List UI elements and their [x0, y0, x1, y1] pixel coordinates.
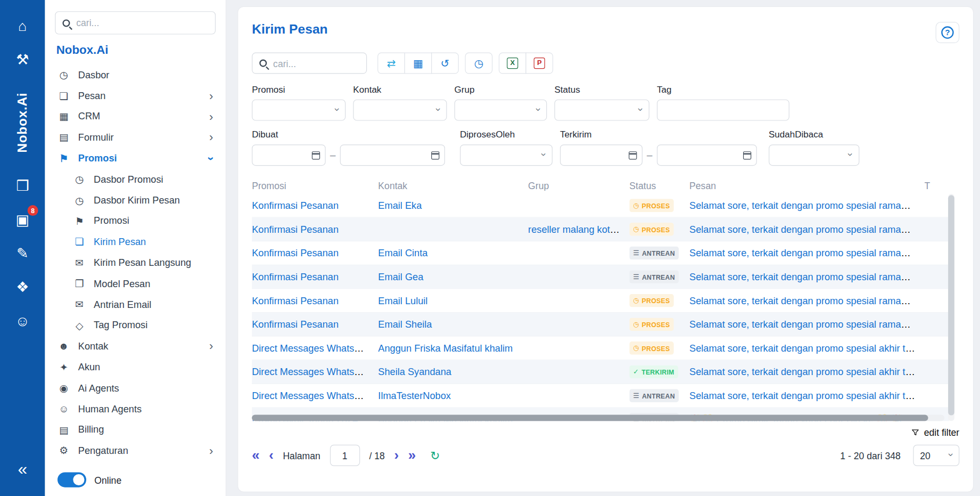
dibuat-date-to[interactable] — [340, 144, 445, 166]
help-button[interactable]: ? — [936, 22, 960, 43]
cell-kontak[interactable]: Email Eka — [378, 200, 422, 210]
cell-promosi[interactable]: Direct Messages WhatsApp — [252, 343, 372, 353]
cell-kontak[interactable]: Sheila Syandana — [378, 366, 451, 377]
sidebar-item-ai-agents[interactable]: ◉Ai Agents — [55, 378, 216, 399]
cell-pesan[interactable]: Selamat sore, terkait dengan promo spesi… — [689, 343, 924, 353]
cell-pesan[interactable]: Selamat sore, terkait dengan promo spesi… — [689, 271, 924, 282]
refresh-icon[interactable]: ↻ — [430, 448, 440, 462]
cell-promosi[interactable]: Konfirmasi Pesanan — [252, 247, 339, 258]
cell-kontak[interactable]: IlmaTesterNobox — [378, 390, 451, 401]
tag-input[interactable] — [657, 100, 789, 121]
prev-page-button[interactable]: ‹ — [269, 449, 274, 462]
sidebar-item-dasbor-kirim-pesan[interactable]: ◷Dasbor Kirim Pesan — [55, 190, 216, 210]
table-search-input[interactable] — [273, 58, 359, 69]
cell-promosi[interactable]: Konfirmasi Pesanan — [252, 319, 339, 329]
table-row[interactable]: Konfirmasi PesananEmail Gea☰ANTREANSelam… — [252, 265, 949, 289]
table-row[interactable]: Direct Messages WhatsAppSheila Syandana✓… — [252, 360, 949, 384]
sidebar-item-dasbor-promosi[interactable]: ◷Dasbor Promosi — [55, 169, 216, 190]
apps-icon[interactable]: ❒ — [10, 173, 35, 198]
table-row[interactable]: Konfirmasi PesananEmail Sheila◷PROSESSel… — [252, 313, 949, 337]
calendar-icon[interactable] — [312, 151, 320, 159]
vertical-scrollbar-thumb[interactable] — [948, 195, 954, 415]
compose-icon[interactable]: ✎ — [10, 241, 35, 266]
column-header-t[interactable]: T — [925, 180, 950, 191]
cell-promosi[interactable]: Konfirmasi Pesanan — [252, 224, 339, 234]
sidebar-item-kirim-pesan[interactable]: ❏Kirim Pesan — [55, 232, 216, 253]
cell-pesan[interactable]: Selamat sore, terkait dengan promo spesi… — [689, 247, 924, 258]
cell-promosi[interactable]: Direct Messages WhatsApp — [252, 366, 372, 377]
calendar-icon[interactable] — [629, 151, 637, 159]
cell-kontak[interactable]: Email Gea — [378, 271, 423, 282]
sidebar-item-akun[interactable]: ✦Akun — [55, 357, 216, 378]
cell-pesan[interactable]: Selamat sore, terkait dengan promo spesi… — [689, 319, 924, 329]
calendar-icon[interactable] — [431, 151, 439, 159]
sidebar-item-kirim-pesan-langsung[interactable]: ✉Kirim Pesan Langsung — [55, 253, 216, 273]
table-row[interactable]: Direct Messages WhatsAppAnggun Friska Ma… — [252, 337, 949, 361]
horizontal-scrollbar-thumb[interactable] — [252, 414, 928, 421]
export-excel-button[interactable]: X — [499, 53, 526, 74]
first-page-button[interactable]: « — [252, 449, 259, 462]
page-size-select[interactable]: 20 › — [913, 445, 959, 466]
sidebar-item-kontak[interactable]: ☻Kontak› — [55, 336, 216, 357]
cell-kontak[interactable]: Anggun Friska Masifatul khalim — [378, 343, 513, 353]
tools-icon[interactable]: ⚒ — [10, 47, 35, 72]
sidebar-item-dasbor[interactable]: ◷Dasbor — [55, 64, 216, 85]
column-header-promosi[interactable]: Promosi — [252, 180, 378, 191]
dibuat-date-from[interactable] — [252, 144, 326, 166]
sidebar-item-crm[interactable]: ▦CRM› — [55, 106, 216, 127]
sidebar-item-tag-promosi[interactable]: ◇Tag Promosi — [55, 315, 216, 336]
promosi-select[interactable]: › — [252, 100, 345, 121]
sidebar-item-human-agents[interactable]: ☺Human Agents — [55, 399, 216, 419]
kontak-select[interactable]: › — [353, 100, 447, 121]
profile-icon[interactable]: ☺ — [10, 308, 35, 334]
column-chooser-button[interactable]: ▦ — [405, 53, 432, 74]
edit-filter-button[interactable]: edit filter — [252, 427, 959, 438]
export-pdf-button[interactable]: P — [525, 53, 553, 74]
sidebar-item-model-pesan[interactable]: ❐Model Pesan — [55, 273, 216, 294]
table-row[interactable]: Konfirmasi PesananEmail Eka◷PROSESSelama… — [252, 194, 949, 218]
horizontal-scrollbar[interactable] — [252, 414, 944, 421]
inbox-icon[interactable]: ▣8 — [10, 207, 35, 232]
terkirim-date-to[interactable] — [657, 144, 757, 166]
home-icon[interactable]: ⌂ — [10, 13, 35, 38]
cell-promosi[interactable]: Direct Messages WhatsApp — [252, 390, 372, 401]
sidebar-item-antrian-email[interactable]: ✉Antrian Email — [55, 294, 216, 315]
cell-grup[interactable]: reseller malang kota — [528, 224, 620, 234]
vertical-scrollbar[interactable] — [948, 194, 954, 421]
cell-pesan[interactable]: Selamat sore, terkait dengan promo spesi… — [689, 295, 924, 306]
cell-pesan[interactable]: Selamat sore, terkait dengan promo spesi… — [689, 200, 924, 210]
terkirim-date-from[interactable] — [560, 144, 643, 166]
column-header-pesan[interactable]: Pesan — [689, 180, 924, 191]
cell-pesan[interactable]: Selamat sore, terkait dengan promo spesi… — [689, 224, 924, 234]
next-page-button[interactable]: › — [394, 449, 399, 462]
cell-pesan[interactable]: Selamat sore, terkait dengan promo spesi… — [689, 390, 924, 401]
sidebar-search[interactable] — [55, 11, 216, 34]
cell-promosi[interactable]: Konfirmasi Pesanan — [252, 200, 339, 210]
status-select[interactable]: › — [554, 100, 649, 121]
ink-icon[interactable]: ❖ — [10, 275, 35, 300]
sudahdibaca-select[interactable]: › — [769, 144, 859, 166]
table-row[interactable]: Direct Messages WhatsAppIlmaTesterNobox☰… — [252, 384, 949, 408]
online-toggle[interactable] — [57, 472, 86, 487]
sidebar-item-pesan[interactable]: ❏Pesan› — [55, 85, 216, 106]
sidebar-item-promosi[interactable]: ⚑Promosi — [55, 210, 216, 231]
cell-kontak[interactable]: Email Luluil — [378, 295, 427, 306]
sidebar-search-input[interactable] — [76, 18, 208, 28]
cell-kontak[interactable]: Email Cinta — [378, 247, 427, 258]
sidebar-item-formulir[interactable]: ▤Formulir› — [55, 127, 216, 148]
column-header-kontak[interactable]: Kontak — [378, 180, 528, 191]
collapse-icon[interactable]: « — [10, 457, 35, 482]
reset-button[interactable]: ↺ — [431, 53, 459, 74]
cell-promosi[interactable]: Konfirmasi Pesanan — [252, 271, 339, 282]
column-header-grup[interactable]: Grup — [528, 180, 629, 191]
table-row[interactable]: Konfirmasi PesananEmail Cinta☰ANTREANSel… — [252, 241, 949, 265]
diprosesoleh-select[interactable]: › — [460, 144, 553, 166]
last-page-button[interactable]: » — [408, 449, 416, 462]
table-row[interactable]: Konfirmasi Pesananreseller malang kota◷P… — [252, 218, 949, 242]
cell-kontak[interactable]: Email Sheila — [378, 319, 432, 329]
column-header-status[interactable]: Status — [629, 180, 689, 191]
page-number-input[interactable] — [330, 445, 359, 466]
table-search[interactable] — [252, 53, 367, 74]
sidebar-item-promosi[interactable]: ⚑Promosi› — [55, 148, 216, 169]
cell-promosi[interactable]: Konfirmasi Pesanan — [252, 295, 339, 306]
